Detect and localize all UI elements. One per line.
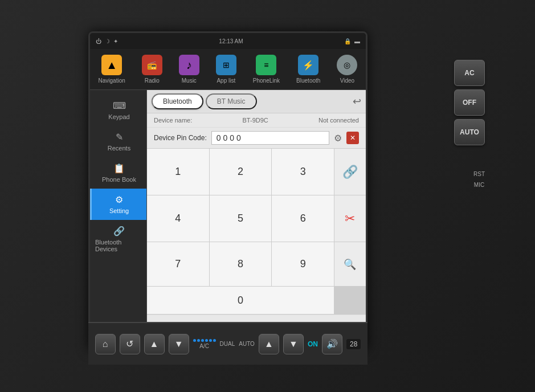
sidebar-label-keypad: Keypad [108, 113, 129, 120]
sun-icon: ✦ [113, 38, 118, 44]
ac-indicator: A/C [193, 339, 216, 349]
main-content: ⌨ Keypad ✎ Recents 📋 Phone Book ⚙ Settin… [90, 90, 366, 349]
ac-dot-6 [213, 339, 216, 342]
nav-label-navigation: Navigation [99, 77, 125, 84]
num-btn-1[interactable]: 1 [147, 149, 209, 195]
num-btn-3[interactable]: 3 [272, 149, 334, 195]
nav-item-applist[interactable]: ⊞ App list [211, 52, 241, 86]
sidebar-label-recents: Recents [108, 145, 130, 152]
setting-icon: ⚙ [115, 194, 123, 205]
status-icons-right: 🔒 ▬ [344, 38, 360, 44]
navigation-icon: ▲ [101, 55, 122, 75]
connection-status: Not connected [318, 117, 359, 124]
nav-label-radio: Radio [145, 77, 160, 84]
bt-tabs: Bluetooth BT Music ↩ [147, 90, 366, 113]
sidebar: ⌨ Keypad ✎ Recents 📋 Phone Book ⚙ Settin… [90, 90, 147, 349]
ac-dot-3 [201, 339, 204, 342]
car-unit: ⏻ ☽ ✦ 12:13 AM 🔒 ▬ ▲ Navigation 📻 Radio … [0, 0, 535, 392]
num-btn-5[interactable]: 5 [210, 195, 272, 242]
phonebook-icon: 📋 [113, 163, 125, 174]
gear-icon[interactable]: ⚙ [334, 133, 342, 144]
vol-level: 28 [346, 339, 361, 349]
auto-label: AUTO [239, 341, 255, 347]
power-icon: ⏻ [96, 38, 101, 44]
up-temp-button[interactable]: ▲ [259, 334, 279, 354]
num-btn-4[interactable]: 4 [147, 195, 209, 242]
right-panel: Bluetooth BT Music ↩ Device name: BT-9D9… [147, 90, 366, 349]
sidebar-item-phonebook[interactable]: 📋 Phone Book [90, 157, 146, 189]
num-btn-6[interactable]: 6 [272, 195, 334, 242]
up-arrow-button[interactable]: ▲ [144, 334, 165, 354]
auto-button[interactable]: AUTO [454, 119, 485, 145]
clear-pin-button[interactable]: ✕ [346, 132, 359, 144]
dual-label: DUAL [220, 341, 235, 347]
num-btn-8[interactable]: 8 [210, 242, 272, 286]
video-icon: ◎ [337, 55, 357, 75]
bluetooth-icon: ⚡ [298, 55, 318, 75]
sidebar-item-bluetooth-devices[interactable]: 🔗 Bluetooth Devices [90, 220, 146, 258]
tab-btmusic[interactable]: BT Music [206, 93, 257, 109]
num-btn-2[interactable]: 2 [210, 149, 272, 195]
nav-label-phonelink: PhoneLink [253, 77, 280, 84]
nav-label-video: Video [340, 77, 354, 84]
nav-item-music[interactable]: ♪ Music [174, 52, 204, 86]
nav-bar: ▲ Navigation 📻 Radio ♪ Music ⊞ App list … [90, 49, 366, 90]
pin-input[interactable]: 0000 [211, 131, 329, 145]
ac-label: A/C [199, 343, 209, 349]
nav-label-music: Music [182, 77, 197, 84]
num-action-link[interactable]: 🔗 [334, 149, 366, 195]
ac-dots [193, 339, 216, 342]
sidebar-item-recents[interactable]: ✎ Recents [90, 126, 146, 157]
vol-down-button[interactable]: 🔊 [322, 334, 342, 354]
moon-icon: ☽ [105, 38, 110, 44]
pin-area: Device Pin Code: 0000 ⚙ ✕ [147, 128, 366, 149]
ac-dot-1 [193, 339, 196, 342]
rst-button[interactable]: RST [473, 171, 485, 177]
nav-item-radio[interactable]: 📻 Radio [137, 52, 167, 86]
device-name-value: BT-9D9C [243, 117, 268, 124]
back-button[interactable]: ↩ [353, 95, 361, 108]
ac-dot-4 [205, 339, 208, 342]
clock: 12:13 AM [219, 38, 243, 44]
nav-item-bluetooth[interactable]: ⚡ Bluetooth [292, 52, 325, 86]
bottom-controls: ⌂ ↺ ▲ ▼ A/C DUAL AUTO ▲ ▼ ON 🔊 28 [88, 322, 367, 365]
back-nav-button[interactable]: ↺ [120, 334, 140, 354]
nav-item-phonelink[interactable]: ≡ PhoneLink [248, 52, 284, 86]
on-label: ON [308, 340, 318, 348]
side-labels: RST MIC [473, 171, 485, 188]
num-btn-7[interactable]: 7 [147, 242, 209, 286]
nav-item-video[interactable]: ◎ Video [332, 52, 362, 86]
nav-item-navigation[interactable]: ▲ Navigation [94, 52, 130, 86]
tab-bluetooth[interactable]: Bluetooth [152, 93, 203, 109]
nav-label-bluetooth: Bluetooth [296, 77, 320, 84]
sidebar-label-setting: Setting [109, 207, 129, 214]
mic-button[interactable]: MIC [474, 182, 484, 188]
home-button[interactable]: ⌂ [95, 334, 116, 354]
nav-label-applist: App list [217, 77, 235, 84]
btdevices-icon: 🔗 [113, 226, 125, 236]
num-btn-0[interactable]: 0 [147, 287, 334, 314]
status-icons-left: ⏻ ☽ ✦ [96, 38, 118, 44]
ac-dot-5 [209, 339, 212, 342]
radio-icon: 📻 [142, 55, 162, 75]
battery-icon: ▬ [354, 38, 360, 44]
off-button[interactable]: OFF [454, 89, 485, 116]
numpad: 1 2 3 🔗 4 5 6 ✂ 7 8 9 🔍 0 Auto answer: [147, 149, 366, 349]
device-name-label: Device name: [154, 117, 192, 124]
sidebar-label-btdevices: Bluetooth Devices [95, 239, 143, 252]
device-info: Device name: BT-9D9C Not connected [147, 113, 366, 128]
sidebar-label-phonebook: Phone Book [102, 176, 136, 183]
applist-icon: ⊞ [216, 55, 236, 75]
down-arrow-button[interactable]: ▼ [169, 334, 189, 354]
sidebar-item-setting[interactable]: ⚙ Setting [90, 189, 146, 220]
phonelink-icon: ≡ [256, 55, 276, 75]
down-temp-button[interactable]: ▼ [283, 334, 304, 354]
ac-button[interactable]: AC [454, 60, 485, 86]
ac-dot-2 [197, 339, 200, 342]
num-btn-9[interactable]: 9 [272, 242, 334, 286]
keypad-icon: ⌨ [113, 100, 126, 111]
num-action-unlink[interactable]: ✂ [334, 195, 366, 242]
sidebar-item-keypad[interactable]: ⌨ Keypad [90, 95, 146, 126]
right-buttons: AC OFF AUTO [454, 60, 485, 145]
num-action-search[interactable]: 🔍 [334, 242, 366, 286]
